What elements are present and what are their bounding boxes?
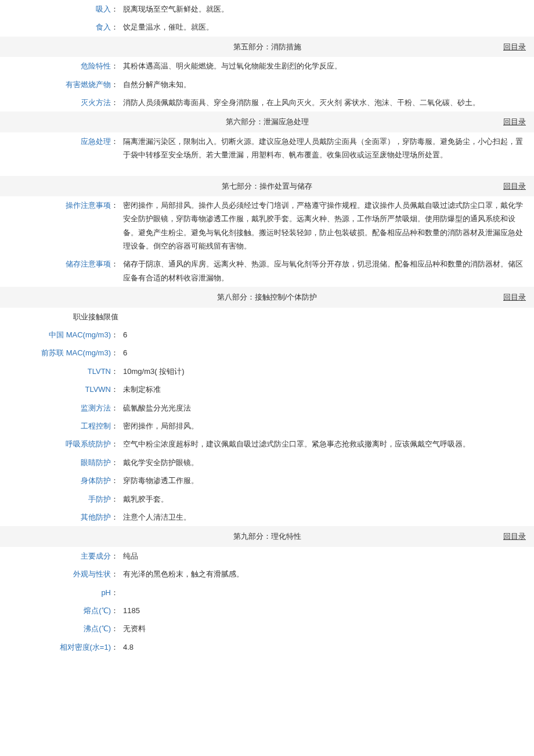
- value: 储存于阴凉、通风的库房。远离火种、热源。应与氧化剂等分开存放，切忌混储。配备相应…: [122, 257, 528, 285]
- section-title: 第六部分：泄漏应急处理: [6, 115, 528, 128]
- row-relative-density: 相对密度(水=1)： 4.8: [0, 638, 534, 656]
- value: 穿防毒物渗透工作服。: [122, 474, 528, 487]
- row-ingestion: 食入： 饮足量温水，催吐。就医。: [0, 18, 534, 36]
- label: 食入：: [6, 20, 122, 34]
- row-engineering-control: 工程控制： 密闭操作，局部排风。: [0, 417, 534, 435]
- value: 脱离现场至空气新鲜处。就医。: [122, 2, 528, 16]
- label: 储存注意事项：: [6, 257, 122, 285]
- value: 无资料: [122, 622, 528, 635]
- label: 沸点(℃)：: [6, 622, 122, 635]
- label: 熔点(℃)：: [6, 604, 122, 617]
- section-header-6: 第六部分：泄漏应急处理 回目录: [0, 111, 534, 132]
- value: [122, 310, 528, 323]
- section-header-7: 第七部分：操作处置与储存 回目录: [0, 176, 534, 196]
- value: 6: [122, 328, 528, 341]
- label: 中国 MAC(mg/m3)：: [6, 328, 122, 341]
- back-to-toc-link[interactable]: 回目录: [503, 179, 526, 193]
- label: 手防护：: [6, 492, 122, 506]
- value: 6: [122, 346, 528, 359]
- label: 有害燃烧产物：: [6, 78, 122, 91]
- value: 纯品: [122, 549, 528, 563]
- value: 隔离泄漏污染区，限制出入。切断火源。建议应急处理人员戴防尘面具（全面罩），穿防毒…: [122, 135, 528, 162]
- value: 戴化学安全防护眼镜。: [122, 456, 528, 469]
- back-to-toc-link[interactable]: 回目录: [503, 530, 526, 543]
- label: 相对密度(水=1)：: [6, 640, 122, 654]
- section-title: 第九部分：理化特性: [6, 530, 528, 543]
- row-hand-protection: 手防护： 戴乳胶手套。: [0, 490, 534, 508]
- row-ussr-mac: 前苏联 MAC(mg/m3)： 6: [0, 344, 534, 362]
- row-combustion-products: 有害燃烧产物： 自然分解产物未知。: [0, 75, 534, 93]
- value: 注意个人清洁卫生。: [122, 510, 528, 524]
- section-header-5: 第五部分：消防措施 回目录: [0, 37, 534, 57]
- row-boiling-point: 沸点(℃)： 无资料: [0, 620, 534, 638]
- back-to-toc-link[interactable]: 回目录: [503, 115, 526, 128]
- row-handling-precautions: 操作注意事项： 密闭操作，局部排风。操作人员必须经过专门培训，严格遵守操作规程。…: [0, 196, 534, 255]
- value: 密闭操作，局部排风。: [122, 419, 528, 433]
- section-title: 第八部分：接触控制/个体防护: [6, 290, 528, 304]
- label: 呼吸系统防护：: [6, 437, 122, 451]
- label: 工程控制：: [6, 419, 122, 433]
- value: 自然分解产物未知。: [122, 78, 528, 91]
- value: 空气中粉尘浓度超标时，建议佩戴自吸过滤式防尘口罩。紧急事态抢救或撤离时，应该佩戴…: [122, 437, 528, 451]
- label: 其他防护：: [6, 510, 122, 524]
- row-china-mac: 中国 MAC(mg/m3)： 6: [0, 326, 534, 344]
- row-inhalation: 吸入： 脱离现场至空气新鲜处。就医。: [0, 0, 534, 18]
- value: 其粉体遇高温、明火能燃烧。与过氧化物能发生剧烈的化学反应。: [122, 59, 528, 73]
- row-monitoring-method: 监测方法： 硫氰酸盐分光光度法: [0, 399, 534, 417]
- row-respiratory-protection: 呼吸系统防护： 空气中粉尘浓度超标时，建议佩戴自吸过滤式防尘口罩。紧急事态抢救或…: [0, 435, 534, 453]
- back-to-toc-link[interactable]: 回目录: [503, 40, 526, 53]
- label: 职业接触限值: [6, 310, 122, 323]
- label: 眼睛防护：: [6, 456, 122, 469]
- label: 前苏联 MAC(mg/m3)：: [6, 346, 122, 359]
- label: 灭火方法：: [6, 96, 122, 109]
- value: 10mg/m3( 按钼计): [122, 365, 528, 378]
- section-title: 第七部分：操作处置与储存: [6, 179, 528, 193]
- value: 未制定标准: [122, 383, 528, 396]
- value: 消防人员须佩戴防毒面具、穿全身消防服，在上风向灭火。灭火剂 雾状水、泡沫、干粉、…: [122, 96, 528, 109]
- label: 吸入：: [6, 2, 122, 16]
- label: pH：: [6, 586, 122, 599]
- value: 1185: [122, 604, 528, 617]
- back-to-toc-link[interactable]: 回目录: [503, 290, 526, 304]
- label: 操作注意事项：: [6, 199, 122, 253]
- section-header-8: 第八部分：接触控制/个体防护 回目录: [0, 287, 534, 307]
- row-occ-exposure-limit: 职业接触限值: [0, 308, 534, 326]
- row-storage-precautions: 储存注意事项： 储存于阴凉、通风的库房。远离火种、热源。应与氧化剂等分开存放，切…: [0, 255, 534, 287]
- label: 监测方法：: [6, 401, 122, 415]
- section-title: 第五部分：消防措施: [6, 40, 528, 53]
- label: 外观与性状：: [6, 567, 122, 581]
- row-extinguish-method: 灭火方法： 消防人员须佩戴防毒面具、穿全身消防服，在上风向灭火。灭火剂 雾状水、…: [0, 93, 534, 111]
- label: 身体防护：: [6, 474, 122, 487]
- row-other-protection: 其他防护： 注意个人清洁卫生。: [0, 508, 534, 526]
- value: 硫氰酸盐分光光度法: [122, 401, 528, 415]
- row-hazard-char: 危险特性： 其粉体遇高温、明火能燃烧。与过氧化物能发生剧烈的化学反应。: [0, 57, 534, 75]
- row-melting-point: 熔点(℃)： 1185: [0, 602, 534, 620]
- value: 有光泽的黑色粉末，触之有滑腻感。: [122, 567, 528, 581]
- label: TLVTN：: [6, 365, 122, 378]
- value: 戴乳胶手套。: [122, 492, 528, 506]
- row-eye-protection: 眼睛防护： 戴化学安全防护眼镜。: [0, 453, 534, 471]
- label: 危险特性：: [6, 59, 122, 73]
- spacer: [0, 164, 534, 176]
- value: [122, 586, 528, 599]
- label: 主要成分：: [6, 549, 122, 563]
- row-emergency-handling: 应急处理： 隔离泄漏污染区，限制出入。切断火源。建议应急处理人员戴防尘面具（全面…: [0, 132, 534, 164]
- value: 4.8: [122, 640, 528, 654]
- row-tlvwn: TLVWN： 未制定标准: [0, 380, 534, 398]
- row-ph: pH：: [0, 584, 534, 602]
- row-main-composition: 主要成分： 纯品: [0, 547, 534, 565]
- label: TLVWN：: [6, 383, 122, 396]
- row-appearance: 外观与性状： 有光泽的黑色粉末，触之有滑腻感。: [0, 565, 534, 583]
- value: 饮足量温水，催吐。就医。: [122, 20, 528, 34]
- label: 应急处理：: [6, 135, 122, 162]
- value: 密闭操作，局部排风。操作人员必须经过专门培训，严格遵守操作规程。建议操作人员佩戴…: [122, 199, 528, 253]
- row-tlvtn: TLVTN： 10mg/m3( 按钼计): [0, 362, 534, 380]
- section-header-9: 第九部分：理化特性 回目录: [0, 526, 534, 546]
- row-body-protection: 身体防护： 穿防毒物渗透工作服。: [0, 471, 534, 489]
